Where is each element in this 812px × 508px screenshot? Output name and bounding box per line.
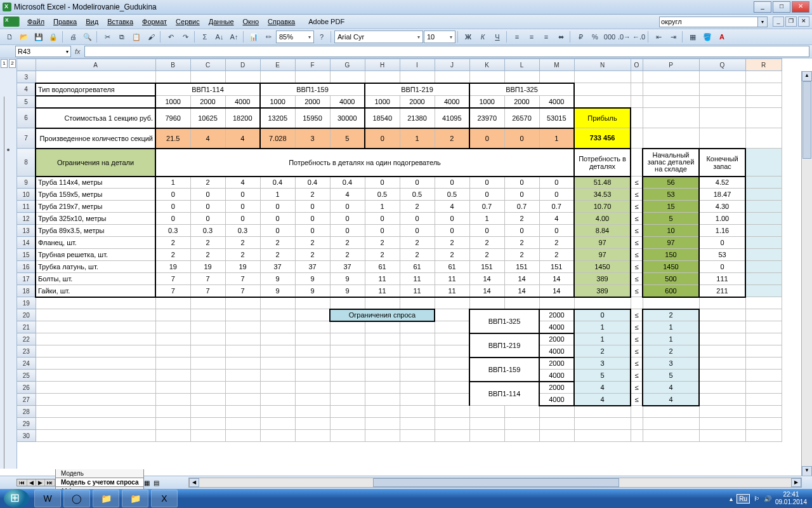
cell[interactable]: Труба 114х4, метры xyxy=(36,177,155,189)
scroll-up-icon[interactable]: ▲ xyxy=(802,71,812,81)
cell[interactable] xyxy=(745,108,782,128)
cell[interactable] xyxy=(745,273,782,285)
cell[interactable] xyxy=(435,430,469,442)
align-right-icon[interactable]: ≡ xyxy=(539,30,553,44)
cell[interactable] xyxy=(365,382,400,394)
cell[interactable]: 14 xyxy=(504,273,539,285)
cell[interactable] xyxy=(745,406,782,418)
cell[interactable] xyxy=(469,430,504,442)
cell[interactable] xyxy=(631,96,643,108)
cell[interactable]: 9 xyxy=(330,273,365,285)
cell[interactable] xyxy=(330,382,365,394)
row-header-4[interactable]: 4 xyxy=(17,83,36,96)
cell[interactable] xyxy=(330,430,365,442)
cell[interactable] xyxy=(400,382,435,394)
cell[interactable]: 2 xyxy=(330,237,365,249)
cell[interactable]: 151 xyxy=(504,261,539,273)
cell[interactable]: 2 xyxy=(643,309,699,321)
cell[interactable] xyxy=(745,333,782,345)
cell[interactable] xyxy=(190,333,225,345)
cell[interactable]: ≤ xyxy=(631,225,643,237)
cell[interactable] xyxy=(365,321,400,333)
cell[interactable]: Потребность в деталях xyxy=(574,149,631,177)
tray-volume-icon[interactable]: 🔊 xyxy=(764,495,771,502)
row-header-18[interactable]: 18 xyxy=(17,285,36,297)
cell[interactable]: 23970 xyxy=(469,108,504,128)
cell[interactable]: 0.7 xyxy=(504,201,539,213)
cell[interactable]: 5 xyxy=(330,128,365,149)
cell[interactable]: ВВП1-325 xyxy=(469,83,574,96)
cell[interactable] xyxy=(435,309,469,321)
cell[interactable]: 2 xyxy=(365,237,400,249)
cell[interactable] xyxy=(745,297,782,309)
menu-window[interactable]: Окно xyxy=(239,17,264,27)
cell[interactable] xyxy=(745,418,782,430)
cell[interactable] xyxy=(469,418,504,430)
cell[interactable]: 53 xyxy=(643,189,699,201)
tray-clock[interactable]: 22:4109.01.2014 xyxy=(775,491,807,506)
cell[interactable]: Гайки, шт. xyxy=(36,285,155,297)
row-header-13[interactable]: 13 xyxy=(17,225,36,237)
cell[interactable]: 4000 xyxy=(225,96,260,108)
cell[interactable]: Произведенное количество секций xyxy=(36,128,155,149)
cell[interactable] xyxy=(260,345,295,358)
cell[interactable]: 2 xyxy=(469,249,504,261)
cell[interactable]: 11 xyxy=(435,285,469,297)
sheet-tab[interactable]: Модель с учетом спроса xyxy=(55,478,144,487)
cell[interactable]: 5 xyxy=(643,370,699,382)
cell[interactable]: Трубка латунь, шт. xyxy=(36,261,155,273)
cell[interactable]: 37 xyxy=(330,261,365,273)
task-explorer2[interactable]: 📁 xyxy=(122,490,148,507)
cell[interactable] xyxy=(36,297,155,309)
cell[interactable] xyxy=(745,430,782,442)
cell[interactable]: 15950 xyxy=(295,108,330,128)
cell[interactable]: 7 xyxy=(155,285,190,297)
cell[interactable] xyxy=(435,418,469,430)
cell[interactable] xyxy=(435,345,469,358)
row-header-21[interactable]: 21 xyxy=(17,321,36,333)
cell[interactable] xyxy=(745,321,782,333)
cell[interactable]: 4 xyxy=(574,394,631,406)
cell[interactable]: 0 xyxy=(225,189,260,201)
cell[interactable]: 0 xyxy=(539,225,574,237)
cell[interactable] xyxy=(435,333,469,345)
cell[interactable]: 1 xyxy=(643,333,699,345)
cell[interactable] xyxy=(330,297,365,309)
cell[interactable] xyxy=(699,321,745,333)
undo-icon[interactable]: ↶ xyxy=(164,30,178,44)
cell[interactable]: 15 xyxy=(643,201,699,213)
cell[interactable]: 1 xyxy=(539,128,574,149)
cell[interactable] xyxy=(365,406,400,418)
currency-icon[interactable]: ₽ xyxy=(573,30,587,44)
task-word[interactable]: W xyxy=(34,490,61,507)
cell[interactable] xyxy=(699,345,745,358)
cell[interactable] xyxy=(643,83,699,96)
cell[interactable] xyxy=(435,321,469,333)
cell[interactable]: 0 xyxy=(400,213,435,225)
cell[interactable] xyxy=(225,394,260,406)
cell[interactable]: 0 xyxy=(504,225,539,237)
row-header-5[interactable]: 5 xyxy=(17,96,36,108)
cell[interactable] xyxy=(365,71,400,83)
align-center-icon[interactable]: ≡ xyxy=(525,30,539,44)
row-header-11[interactable]: 11 xyxy=(17,201,36,213)
cell[interactable] xyxy=(330,321,365,333)
cell[interactable] xyxy=(745,177,782,189)
col-header-J[interactable]: J xyxy=(435,59,469,71)
cell[interactable] xyxy=(745,394,782,406)
cell[interactable]: 0.5 xyxy=(400,189,435,201)
col-header-P[interactable]: P xyxy=(643,59,699,71)
cell[interactable] xyxy=(36,430,155,442)
row-header-8[interactable]: 8 xyxy=(17,149,36,177)
vertical-scrollbar[interactable]: ▲ ▼ xyxy=(801,71,812,476)
cell[interactable] xyxy=(745,189,782,201)
cell[interactable] xyxy=(295,370,330,382)
cell[interactable]: 2 xyxy=(260,249,295,261)
cell[interactable] xyxy=(435,370,469,382)
zoom-combo[interactable]: 85%▾ xyxy=(276,30,314,43)
close-button[interactable]: ✕ xyxy=(792,1,809,13)
col-header-M[interactable]: M xyxy=(539,59,574,71)
row-header-7[interactable]: 7 xyxy=(17,128,36,149)
cell[interactable]: 26570 xyxy=(504,108,539,128)
row-header-9[interactable]: 9 xyxy=(17,177,36,189)
